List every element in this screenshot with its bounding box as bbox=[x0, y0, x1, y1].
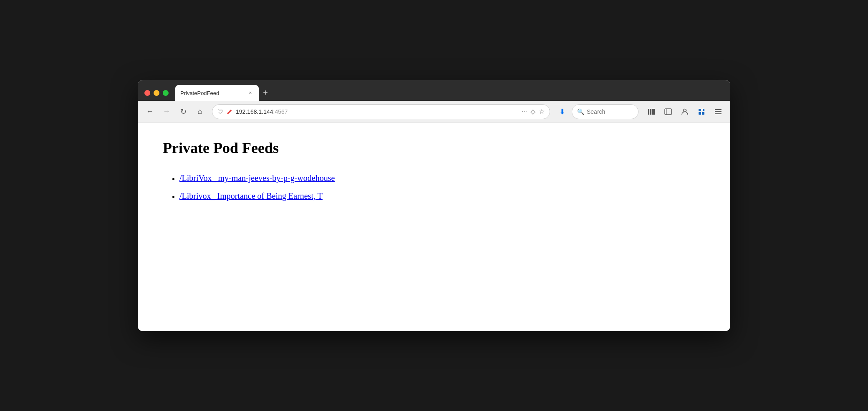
toolbar-icons bbox=[644, 105, 725, 119]
minimize-button[interactable] bbox=[154, 90, 159, 96]
svg-rect-9 bbox=[702, 112, 704, 115]
sidebar-button[interactable] bbox=[661, 105, 675, 119]
reload-button[interactable] bbox=[176, 105, 190, 119]
address-actions: ··· ◇ ☆ bbox=[522, 108, 545, 115]
download-icon: ⬇ bbox=[559, 107, 565, 116]
forward-icon bbox=[163, 107, 170, 116]
account-icon bbox=[681, 108, 689, 116]
svg-rect-11 bbox=[715, 109, 722, 110]
pocket-icon[interactable]: ◇ bbox=[530, 108, 535, 115]
library-button[interactable] bbox=[644, 105, 659, 119]
address-bar[interactable]: 🛡 192.168.1.144:4567 ··· ◇ ☆ bbox=[212, 104, 550, 119]
browser-window: PrivatePodFeed × + 🛡 192. bbox=[138, 80, 730, 331]
nav-bar: 🛡 192.168.1.144:4567 ··· ◇ ☆ ⬇ 🔍 bbox=[138, 101, 730, 123]
url-host: 192.168.1.144 bbox=[236, 108, 273, 115]
sidebar-icon bbox=[664, 108, 672, 116]
search-input[interactable] bbox=[587, 108, 633, 115]
svg-rect-12 bbox=[715, 111, 722, 112]
page-title: Private Pod Feeds bbox=[163, 139, 705, 157]
svg-rect-2 bbox=[652, 109, 655, 115]
feed-list: /LibriVox_ my-man-jeeves-by-p-g-wodehous… bbox=[163, 173, 705, 201]
page-content: Private Pod Feeds /LibriVox_ my-man-jeev… bbox=[138, 123, 730, 331]
svg-rect-0 bbox=[648, 109, 649, 115]
extensions-button[interactable] bbox=[694, 105, 709, 119]
feed-link-0[interactable]: /LibriVox_ my-man-jeeves-by-p-g-wodehous… bbox=[179, 173, 335, 183]
tabs-area: PrivatePodFeed × + bbox=[175, 85, 730, 101]
forward-button[interactable] bbox=[159, 105, 174, 119]
svg-rect-6 bbox=[699, 109, 701, 111]
back-button[interactable] bbox=[143, 105, 157, 119]
svg-rect-8 bbox=[699, 112, 701, 115]
feed-link-1[interactable]: /Librivox_ Importance of Being Earnest, … bbox=[179, 191, 323, 200]
svg-rect-13 bbox=[715, 113, 722, 114]
list-item: /LibriVox_ my-man-jeeves-by-p-g-wodehous… bbox=[179, 173, 705, 183]
tab-title: PrivatePodFeed bbox=[180, 90, 244, 96]
new-tab-button[interactable]: + bbox=[259, 86, 272, 99]
traffic-lights bbox=[144, 90, 169, 96]
home-icon bbox=[198, 107, 202, 116]
title-bar: PrivatePodFeed × + bbox=[138, 80, 730, 101]
list-item: /Librivox_ Importance of Being Earnest, … bbox=[179, 191, 705, 201]
close-button[interactable] bbox=[144, 90, 150, 96]
reload-icon bbox=[180, 107, 187, 116]
active-tab[interactable]: PrivatePodFeed × bbox=[175, 85, 259, 101]
back-icon bbox=[146, 107, 154, 116]
search-bar[interactable]: 🔍 bbox=[572, 104, 638, 119]
hamburger-icon bbox=[714, 108, 722, 116]
svg-rect-1 bbox=[650, 109, 651, 115]
bookmark-icon[interactable]: ☆ bbox=[539, 108, 545, 115]
home-button[interactable] bbox=[193, 105, 207, 119]
extensions-icon bbox=[697, 108, 706, 116]
svg-point-10 bbox=[702, 109, 705, 111]
tab-close-button[interactable]: × bbox=[247, 90, 254, 96]
library-icon bbox=[647, 108, 656, 116]
search-icon: 🔍 bbox=[577, 108, 584, 115]
download-button[interactable]: ⬇ bbox=[555, 105, 569, 119]
maximize-button[interactable] bbox=[163, 90, 169, 96]
more-options-icon[interactable]: ··· bbox=[522, 108, 527, 115]
url-text: 192.168.1.144:4567 bbox=[236, 108, 518, 115]
shield-icon: 🛡 bbox=[217, 108, 223, 115]
edit-icon bbox=[227, 109, 232, 115]
url-port: :4567 bbox=[273, 108, 288, 115]
menu-button[interactable] bbox=[711, 105, 725, 119]
account-button[interactable] bbox=[678, 105, 692, 119]
svg-rect-3 bbox=[665, 109, 671, 115]
